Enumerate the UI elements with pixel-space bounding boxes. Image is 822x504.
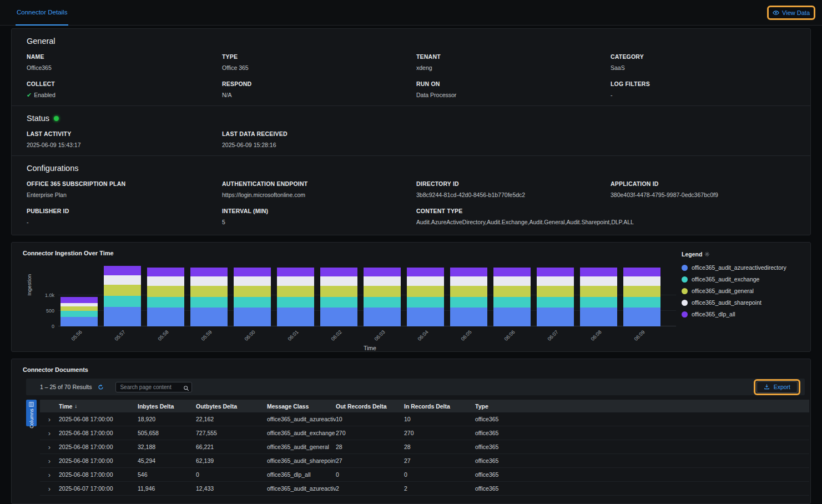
field-label: CONTENT TYPE	[416, 208, 795, 214]
legend-item-office365_audit_sharepoint[interactable]: office365_audit_sharepoint	[682, 299, 800, 306]
stacked-bar-06:02	[320, 268, 357, 326]
legend-item-office365_audit_exchange[interactable]: office365_audit_exchange	[682, 276, 800, 283]
legend-item-office365_audit_general[interactable]: office365_audit_general	[682, 288, 800, 294]
column-header-inbytes-delta[interactable]: Inbytes Delta	[138, 403, 196, 410]
cell-inbytes-delta: 11,946	[138, 485, 196, 492]
cell-time: 2025-06-08 17:00:00	[59, 416, 138, 422]
bar-segment-office365_audit_azureactivedirectory	[493, 308, 531, 326]
bar-segment-office365_dlp_all	[320, 268, 357, 277]
expand-row-icon[interactable]: ›	[40, 485, 59, 492]
bar-segment-office365_audit_exchange	[407, 297, 444, 308]
expand-row-icon[interactable]: ›	[40, 416, 59, 423]
bar-segment-office365_audit_general	[60, 306, 98, 311]
search-input[interactable]	[115, 382, 192, 392]
x-tick-label: 06:04	[417, 329, 430, 342]
column-header-message-class[interactable]: Message Class	[267, 403, 336, 410]
documents-title: Connector Documents	[12, 366, 810, 373]
bar-segment-office365_dlp_all	[407, 268, 444, 277]
refresh-button[interactable]	[96, 382, 105, 392]
field-value-text: 3b8c9244-81cd-42d0-8456-b1b770fe5dc2	[416, 191, 525, 198]
x-tick: 06:02	[320, 326, 357, 345]
x-tick-label: 06:06	[503, 329, 516, 342]
gear-icon[interactable]	[704, 251, 710, 257]
refresh-icon	[97, 384, 104, 391]
documents-toolbar: 1 – 25 of 70 Results	[26, 379, 805, 395]
expand-row-icon[interactable]: ›	[40, 443, 59, 451]
field-label: AUTHENTICATION ENDPOINT	[222, 180, 416, 187]
field-value: -	[27, 219, 222, 225]
cell-type: office365	[475, 430, 809, 436]
column-header-out-records-delta[interactable]: Out Records Delta	[336, 403, 404, 410]
column-header-label: In Records Delta	[404, 403, 450, 410]
tab-connector-details[interactable]: Connector Details	[16, 0, 68, 26]
table-body: ›2025-06-08 17:00:0018,92022,162office36…	[40, 412, 809, 496]
field-value-text: Office 365	[222, 64, 249, 71]
stacked-bar-05:57	[104, 266, 141, 326]
expand-row-icon[interactable]: ›	[40, 430, 59, 437]
columns-button[interactable]: Columns	[26, 400, 37, 426]
field-value: Audit.AzureActiveDirectory,Audit.Exchang…	[416, 219, 795, 225]
field-label: NAME	[27, 53, 222, 60]
column-header-outbytes-delta[interactable]: Outbytes Delta	[196, 403, 267, 410]
general-fields-grid: NAMEOffice365TYPEOffice 365TENANTxdengCA…	[27, 53, 795, 98]
x-tick: 06:09	[623, 326, 660, 345]
legend-label: office365_dlp_all	[692, 311, 735, 317]
table-row[interactable]: ›2025-06-08 17:00:005460office365_dlp_al…	[40, 468, 809, 482]
export-button[interactable]: Export	[757, 381, 798, 393]
field-value-text: SaaS	[611, 64, 625, 71]
cell-type: office365	[475, 471, 809, 478]
field-value-text: 2025-06-09 15:43:17	[27, 142, 81, 148]
expand-row-icon[interactable]: ›	[40, 471, 59, 478]
field-value: xdeng	[416, 64, 611, 71]
cell-type: office365	[475, 416, 809, 422]
cell-inbytes-delta: 45,294	[138, 457, 196, 464]
bars-container	[60, 264, 676, 326]
x-tick-label: 05:59	[200, 329, 213, 342]
export-highlight-ring: Export	[754, 379, 800, 395]
field-value: Office 365	[222, 64, 416, 71]
table-row[interactable]: ›2025-06-08 17:00:00505,658727,555office…	[40, 426, 809, 440]
view-data-button[interactable]: View Data	[770, 8, 813, 18]
table-row[interactable]: ›2025-06-08 17:00:0045,29462,139office36…	[40, 454, 809, 468]
bar-segment-office365_audit_azureactivedirectory	[364, 308, 401, 326]
columns-grid-icon	[29, 402, 34, 407]
table-row[interactable]: ›2025-06-07 17:00:0011,94612,433office36…	[40, 482, 809, 496]
x-tick-label: 05:58	[157, 329, 170, 342]
field-label: LAST ACTIVITY	[27, 130, 222, 137]
cell-message-class: office365_audit_exchange	[267, 430, 336, 436]
column-header-label: Outbytes Delta	[196, 403, 237, 410]
field-value-text: Office365	[27, 64, 52, 71]
cell-outbytes-delta: 62,139	[196, 457, 267, 464]
view-data-highlight-ring: View Data	[767, 6, 815, 20]
legend-item-office365_audit_azureactivedirectory[interactable]: office365_audit_azureactivedirectory	[682, 264, 800, 271]
expand-row-icon[interactable]: ›	[40, 457, 59, 465]
bar-segment-office365_audit_azureactivedirectory	[407, 308, 444, 326]
column-header-time[interactable]: Time↓	[59, 403, 138, 410]
field-label: LOG FILTERS	[611, 80, 795, 87]
field-value-text: N/A	[222, 92, 232, 98]
column-header-in-records-delta[interactable]: In Records Delta	[404, 403, 475, 410]
table-row[interactable]: ›2025-06-08 17:00:0018,92022,162office36…	[40, 412, 809, 426]
legend-color-dot	[682, 288, 688, 294]
bar-segment-office365_dlp_all	[364, 268, 401, 277]
field-last-activity: LAST ACTIVITY2025-06-09 15:43:17	[27, 130, 222, 148]
field-label: RUN ON	[416, 80, 611, 87]
field-value: 2025-06-09 15:28:16	[222, 142, 416, 148]
bar-segment-office365_audit_azureactivedirectory	[320, 308, 357, 326]
configurations-section-title: Configurations	[27, 164, 795, 173]
column-header-type[interactable]: Type	[475, 403, 809, 410]
bar-segment-office365_audit_exchange	[190, 297, 228, 308]
x-tick-label: 06:02	[330, 329, 343, 342]
field-value-text: Enterprise Plan	[27, 191, 67, 198]
cell-message-class: office365_audit_azureactived	[267, 416, 336, 422]
legend-title-text: Legend	[682, 251, 702, 258]
x-tick: 06:04	[407, 326, 444, 345]
field-label: APPLICATION ID	[611, 180, 795, 187]
table-row[interactable]: ›2025-06-08 17:00:0032,18866,221office36…	[40, 440, 809, 454]
field-value: Data Processor	[416, 92, 611, 98]
bar-segment-office365_audit_azureactivedirectory	[147, 308, 184, 326]
column-header-label: Inbytes Delta	[138, 403, 174, 410]
bar-segment-office365_audit_sharepoint	[104, 275, 141, 285]
legend-item-office365_dlp_all[interactable]: office365_dlp_all	[682, 311, 800, 317]
field-value: -	[611, 92, 795, 98]
